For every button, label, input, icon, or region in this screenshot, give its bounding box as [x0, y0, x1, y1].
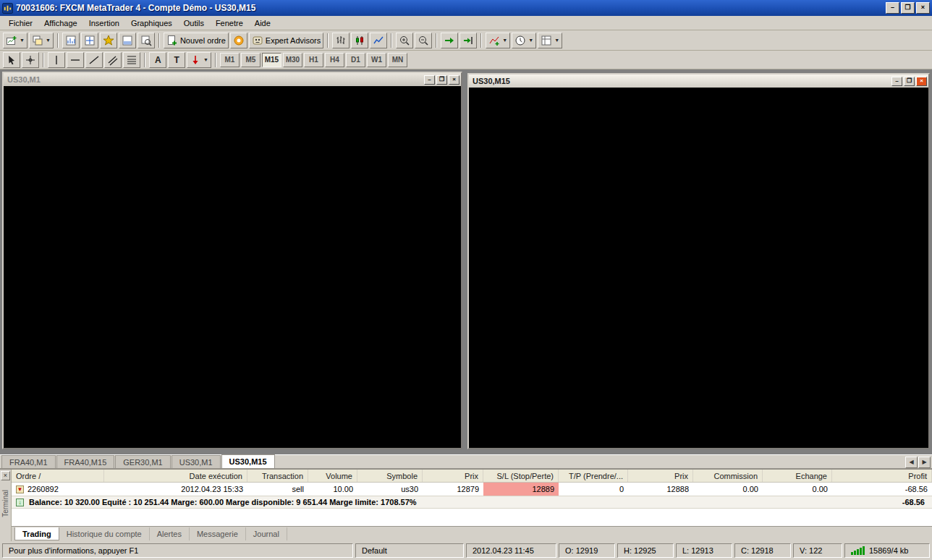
chart-minimize-button[interactable]: –	[424, 75, 435, 85]
close-button[interactable]: ×	[916, 2, 930, 14]
chart-canvas-us30-m15[interactable]	[469, 88, 686, 196]
dropdown-arrow-icon[interactable]: ▼	[554, 38, 559, 43]
trendline-button[interactable]	[85, 52, 103, 68]
balance-row: ↓ Balance: 10 320.00 Equité : 10 251.44 …	[12, 496, 932, 509]
order-cell-order-id: ▼2260892	[12, 483, 104, 496]
expert-advisors-button[interactable]: Expert Advisors	[249, 33, 323, 48]
column-header-order-id[interactable]: Ordre /	[12, 470, 104, 482]
chart-window-title-bar[interactable]: US30,M1 – ❐ ×	[4, 73, 461, 86]
timeframe-m5-button[interactable]: M5	[241, 53, 260, 67]
timeframe-h1-button[interactable]: H1	[304, 53, 323, 67]
column-header-volume[interactable]: Volume	[308, 470, 357, 482]
chart-close-button[interactable]: ×	[449, 75, 459, 85]
timeframe-m1-button[interactable]: M1	[220, 53, 240, 67]
terminal-close-button[interactable]: ×	[1, 471, 10, 480]
market-watch-button[interactable]	[62, 33, 80, 48]
chart-tab-us30-m15[interactable]: US30,M15	[221, 454, 275, 468]
zoom-in-button[interactable]	[396, 33, 413, 48]
column-header-execution-date[interactable]: Date exécution	[104, 470, 247, 482]
tab-scroll-left-button[interactable]: ◀	[905, 457, 918, 468]
data-window-button[interactable]	[81, 33, 98, 48]
column-header-swap[interactable]: Echange	[763, 470, 832, 482]
chart-window-title-bar[interactable]: US30,M15 – ❐ ×	[469, 75, 928, 88]
line-chart-button[interactable]	[370, 33, 387, 48]
dropdown-arrow-icon[interactable]: ▼	[20, 38, 25, 43]
menu-affichage[interactable]: Affichage	[38, 17, 83, 29]
zoom-out-button[interactable]	[415, 33, 432, 48]
timeframe-mn-button[interactable]: MN	[388, 53, 407, 67]
profiles-button[interactable]: ▼	[29, 33, 54, 48]
mdi-workspace: US30,M1 – ❐ × US30,M15 – ❐ ×	[0, 69, 932, 454]
dropdown-arrow-icon[interactable]: ▼	[46, 38, 51, 43]
menu-fichier[interactable]: Fichier	[3, 17, 38, 29]
chart-window-us30-m1[interactable]: US30,M1 – ❐ ×	[2, 72, 462, 449]
column-header-take-profit[interactable]: T/P (Prendre/...	[559, 470, 628, 482]
chart-close-button[interactable]: ×	[916, 77, 927, 86]
arrows-button[interactable]: ▼	[187, 52, 211, 68]
chart-tab-us30-m1[interactable]: US30,M1	[171, 455, 221, 468]
auto-scroll-button[interactable]	[441, 33, 458, 48]
templates-button[interactable]: ▼	[538, 33, 562, 48]
column-header-profit[interactable]: Profit	[832, 470, 932, 482]
fibonacci-button[interactable]	[123, 52, 140, 68]
minimize-button[interactable]: –	[886, 2, 899, 14]
timeframe-h4-button[interactable]: H4	[325, 53, 344, 67]
menu-outils[interactable]: Outils	[178, 17, 210, 29]
terminal-panel-button[interactable]	[119, 33, 136, 48]
channel-button[interactable]	[104, 52, 122, 68]
chart-restore-button[interactable]: ❐	[904, 77, 915, 86]
timeframe-d1-button[interactable]: D1	[346, 53, 365, 67]
timeframe-m30-button[interactable]: M30	[283, 53, 302, 67]
indicators-button[interactable]: ▼	[486, 33, 510, 48]
chart-tab-ger30-m1[interactable]: GER30,M1	[115, 455, 170, 468]
menu-aide[interactable]: Aide	[249, 17, 276, 29]
new-chart-button[interactable]: ▼	[3, 33, 27, 48]
timeframe-w1-button[interactable]: W1	[367, 53, 386, 67]
dropdown-arrow-icon[interactable]: ▼	[203, 57, 208, 62]
chart-shift-button[interactable]	[459, 33, 477, 48]
strategy-tester-button[interactable]	[137, 33, 155, 48]
chart-minimize-button[interactable]: –	[891, 77, 902, 86]
column-header-stop-loss[interactable]: S/L (Stop/Perte)	[483, 470, 559, 482]
restore-button[interactable]: ❐	[901, 2, 915, 14]
terminal-tab-journal[interactable]: Journal	[246, 527, 287, 540]
terminal-tab-alertes[interactable]: Alertes	[150, 527, 190, 540]
text-label-button[interactable]: T	[168, 52, 185, 68]
column-header-commission[interactable]: Commission	[693, 470, 763, 482]
metaeditor-button[interactable]	[230, 33, 247, 48]
candlestick-chart-button[interactable]	[351, 33, 368, 48]
terminal-tab-historique-du-compte[interactable]: Historique du compte	[59, 527, 150, 540]
column-header-current-price[interactable]: Prix	[628, 470, 693, 482]
menu-graphiques[interactable]: Graphiques	[125, 17, 178, 29]
horizontal-line-button[interactable]	[67, 52, 84, 68]
chart-canvas-us30-m1[interactable]	[4, 86, 461, 448]
chart-window-us30-m15[interactable]: US30,M15 – ❐ ×	[467, 73, 930, 449]
navigator-button[interactable]	[100, 33, 117, 48]
vertical-line-button[interactable]	[48, 52, 65, 68]
terminal-tab-trading[interactable]: Trading	[14, 527, 59, 540]
menu-insertion[interactable]: Insertion	[83, 17, 125, 29]
text-button[interactable]: A	[149, 52, 166, 68]
timeframe-m15-button[interactable]: M15	[262, 53, 281, 67]
dropdown-arrow-icon[interactable]: ▼	[502, 38, 507, 43]
status-volume: V: 122	[793, 543, 842, 558]
terminal-panel: × Terminal Ordre /Date exécutionTransact…	[0, 469, 932, 541]
column-header-transaction-type[interactable]: Transaction	[247, 470, 308, 482]
periods-button[interactable]: ▼	[512, 33, 536, 48]
status-profile[interactable]: Default	[355, 543, 464, 558]
new-order-button[interactable]: Nouvel ordre	[164, 33, 229, 48]
terminal-tab-messagerie[interactable]: Messagerie	[190, 527, 246, 540]
chart-tab-fra40-m15[interactable]: FRA40,M15	[56, 455, 115, 468]
chart-restore-button[interactable]: ❐	[436, 75, 447, 85]
tab-scroll-right-button[interactable]: ▶	[918, 457, 931, 468]
column-header-open-price[interactable]: Prix	[423, 470, 483, 482]
order-row[interactable]: ▼22608922012.04.23 15:33sell10.00us30128…	[12, 483, 932, 496]
menu-fenetre[interactable]: Fenetre	[210, 17, 249, 29]
cursor-button[interactable]	[3, 52, 20, 68]
dropdown-arrow-icon[interactable]: ▼	[528, 38, 533, 43]
bar-chart-button[interactable]	[332, 33, 350, 48]
column-header-symbol[interactable]: Symbole	[357, 470, 423, 482]
crosshair-button[interactable]	[22, 52, 39, 68]
status-help-text: Pour plus d'informations, appuyer F1	[2, 543, 353, 558]
chart-tab-fra40-m1[interactable]: FRA40,M1	[1, 455, 56, 468]
